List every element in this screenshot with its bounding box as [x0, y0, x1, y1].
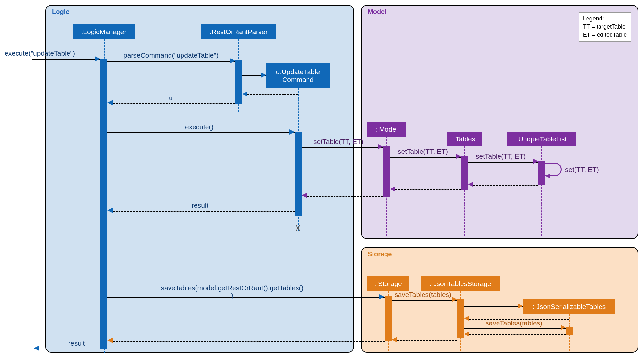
msg-create-jsonser [464, 306, 523, 307]
msg-final-result [39, 349, 100, 349]
arrow-return-utl [468, 182, 473, 187]
activation-storage [385, 296, 392, 341]
participant-restorrantparser: :RestOrRantParser [201, 24, 276, 39]
participant-tables: :Tables [447, 132, 482, 146]
arrow-execute-cmd [95, 56, 100, 61]
arrow-create-jsonser [518, 303, 523, 309]
participant-jsontablesstorage: : JsonTablesStorage [421, 276, 500, 291]
activation-restorrantparser [235, 60, 242, 104]
label-set-self: set(TT, ET) [565, 166, 599, 174]
label-settable-tables: setTable(TT, ET) [398, 148, 448, 155]
label-return-u: u [169, 94, 173, 102]
label-parsecommand: parseCommand("updateTable") [123, 51, 219, 59]
label-execute: execute() [185, 123, 214, 131]
msg-return-from-create [247, 94, 298, 95]
label-settable-utl: setTable(TT, ET) [476, 152, 526, 160]
logic-box-title: Logic [52, 8, 69, 16]
msg-parsecommand [107, 61, 235, 62]
arrow-return-from-create [242, 91, 247, 97]
arrow-return-model [302, 193, 307, 198]
msg-return-storage-to-logic [113, 341, 385, 342]
msg-return-jsonser-2 [469, 334, 566, 335]
arrow-settable-model [378, 144, 383, 149]
participant-storage: : Storage [367, 276, 409, 291]
arrow-savetables-2 [561, 325, 566, 330]
participant-jsonserializabletables: : JsonSerializableTables [523, 299, 615, 314]
msg-result [113, 211, 295, 212]
legend: Legend: TT = targetTable ET = editedTabl… [579, 12, 631, 42]
arrow-set-self [545, 173, 550, 178]
msg-savetables-2 [464, 328, 566, 329]
arrow-parsecommand [230, 58, 235, 63]
activation-updatetablecmd [295, 132, 302, 216]
msg-execute [107, 132, 295, 133]
model-box-title: Model [368, 8, 386, 16]
arrow-return-jsonser-1 [464, 316, 469, 321]
activation-uniquetablelist [538, 161, 545, 185]
msg-return-utl [473, 185, 538, 186]
msg-savetables-1 [392, 300, 457, 301]
msg-return-u [113, 103, 235, 104]
participant-logicmanager: :LogicManager [73, 24, 135, 39]
arrow-settable-tables [456, 154, 461, 159]
participant-model: : Model [367, 122, 406, 137]
participant-updatetablecommand: u:UpdateTable Command [266, 63, 330, 88]
arrow-return-storage-1 [392, 337, 397, 342]
legend-line1: TT = targetTable [583, 23, 627, 31]
label-result: result [192, 202, 208, 209]
activation-model [383, 146, 390, 197]
arrow-result [107, 208, 113, 213]
msg-settable-tables [390, 157, 461, 158]
label-execute-cmd: execute("updateTable") [5, 49, 75, 57]
msg-settable-utl [468, 162, 538, 163]
legend-title: Legend: [583, 15, 627, 23]
storage-box-title: Storage [368, 250, 392, 258]
activation-tables [461, 156, 468, 190]
arrow-settable-utl [533, 159, 538, 164]
legend-line2: ET = editedTable [583, 31, 627, 39]
arrow-return-tables [390, 186, 395, 191]
arrow-return-storage-to-logic [107, 338, 113, 343]
arrow-create-updatecmd [261, 73, 266, 78]
arrow-return-u [107, 100, 113, 105]
participant-uniquetablelist: :UniqueTableList [507, 132, 576, 146]
activation-logicmanager [100, 59, 107, 349]
activation-jsontablesstorage [457, 299, 464, 338]
msg-execute-cmd [32, 59, 100, 60]
label-settable-model: setTable(TT, ET) [313, 138, 363, 146]
destroy-updatetablecmd: X [295, 223, 301, 233]
arrow-savetables-1 [452, 297, 457, 302]
label-savetables-long: saveTables(model.getRestOrRant().getTabl… [140, 284, 325, 300]
msg-settable-model [302, 147, 383, 148]
arrow-return-jsonser-2 [464, 331, 469, 336]
arrow-savetables-long [379, 294, 385, 299]
label-savetables-1: saveTables(tables) [395, 291, 451, 298]
lifeline-uniquetablelist [541, 146, 542, 236]
arrow-final-result [34, 346, 39, 351]
msg-return-storage-1 [397, 340, 457, 341]
msg-return-tables [395, 189, 461, 190]
arrow-execute [289, 129, 295, 135]
label-final-result: result [68, 339, 85, 347]
activation-jsonsertables [566, 327, 573, 335]
msg-return-model [307, 196, 383, 197]
label-savetables-2: saveTables(tables) [486, 319, 542, 327]
